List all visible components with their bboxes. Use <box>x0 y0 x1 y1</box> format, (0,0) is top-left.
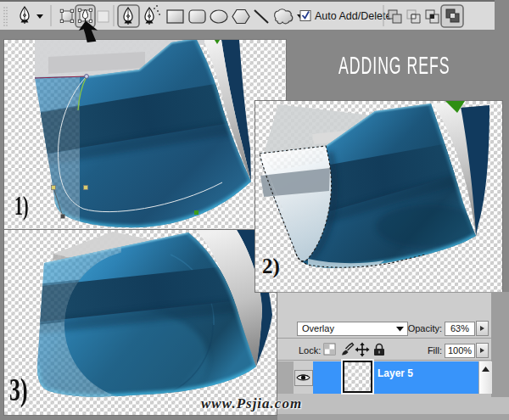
svg-text:Auto Add/Delete: Auto Add/Delete <box>315 10 391 22</box>
